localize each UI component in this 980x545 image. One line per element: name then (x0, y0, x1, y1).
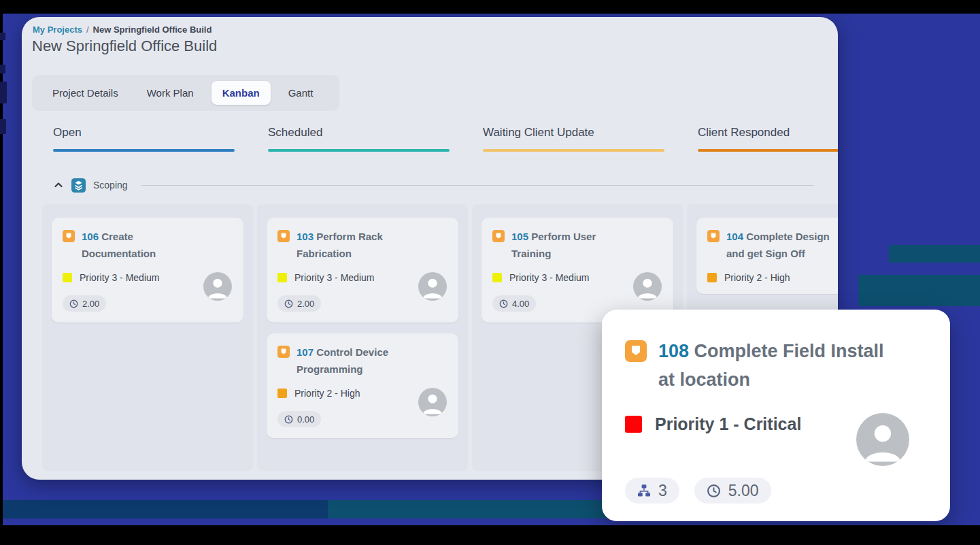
breadcrumb-separator: / (86, 24, 89, 35)
subtask-count: 3 (658, 482, 667, 500)
time-badge: 2.00 (63, 295, 106, 312)
task-number: 107 (297, 346, 314, 358)
zoomed-task-card-108[interactable]: 108 Complete Field Install at location P… (602, 310, 950, 521)
card-badges: 0.00 (277, 411, 447, 427)
column-label: Client Responded (698, 126, 838, 139)
subtask-badge: 3 (625, 478, 679, 503)
sitemap-icon (637, 484, 651, 497)
column-underline (483, 149, 664, 152)
clock-icon (284, 299, 293, 308)
time-value: 2.00 (82, 299, 99, 309)
edge-artifact (0, 82, 7, 103)
background-gantt-bar (858, 275, 980, 306)
task-number: 103 (297, 231, 314, 242)
column-header-waiting-client-update: Waiting Client Update (483, 126, 664, 152)
column-header-scheduled: Scheduled (268, 126, 450, 152)
breadcrumb-my-projects-link[interactable]: My Projects (33, 24, 82, 35)
tab-gantt[interactable]: Gantt (277, 81, 324, 105)
clock-icon (69, 299, 78, 308)
task-number: 106 (82, 231, 99, 242)
card-head: 106 Create Documentation (63, 228, 233, 262)
section-label: Scoping (93, 180, 128, 191)
card-head: 108 Complete Field Install at location (625, 337, 927, 394)
breadcrumb-current: New Springfield Office Build (93, 24, 212, 35)
time-badge: 4.00 (492, 295, 536, 312)
lane-scheduled: 103 Perform Rack Fabrication Priority 3 … (257, 204, 468, 471)
card-badges: 2.00 (63, 295, 233, 312)
task-card-104[interactable]: 104 Complete Design and get Sign Off Pri… (696, 218, 838, 294)
time-badge: 5.00 (694, 478, 771, 503)
column-header-client-responded: Client Responded (698, 126, 838, 152)
tab-kanban[interactable]: Kanban (212, 81, 271, 105)
card-head: 105 Perform User Training (492, 228, 662, 262)
time-badge: 0.00 (277, 411, 321, 427)
card-head: 104 Complete Design and get Sign Off (707, 228, 838, 262)
column-label: Open (53, 126, 235, 139)
assignee-avatar (203, 272, 232, 301)
task-card-106[interactable]: 106 Create Documentation Priority 3 - Me… (52, 218, 243, 323)
task-card-107[interactable]: 107 Control Device Programming Priority … (267, 333, 458, 438)
time-value: 4.00 (512, 299, 529, 309)
task-type-icon (492, 230, 505, 242)
clock-icon (284, 415, 293, 424)
card-title: 106 Create Documentation (82, 228, 205, 262)
tab-project-details[interactable]: Project Details (41, 81, 129, 105)
priority-label: Priority 2 - High (294, 388, 360, 399)
column-header-open: Open (53, 126, 235, 152)
column-label: Scheduled (268, 126, 450, 139)
card-badges: 2.00 (277, 295, 447, 312)
card-title: 107 Control Device Programming (297, 344, 420, 378)
top-black-bar (0, 0, 980, 14)
background-gantt-bar (0, 500, 328, 518)
task-title-text: Complete Field Install at location (658, 341, 884, 390)
tab-work-plan[interactable]: Work Plan (136, 81, 205, 105)
card-title: 105 Perform User Training (511, 228, 635, 262)
task-number: 104 (726, 231, 743, 242)
priority-color-square (63, 273, 72, 282)
page-title: New Springfield Office Build (32, 37, 217, 55)
edge-artifact (0, 65, 5, 73)
column-underline (53, 149, 235, 152)
task-type-icon (625, 340, 647, 362)
card-head: 103 Perform Rack Fabrication (277, 228, 447, 262)
view-tabs: Project Details Work Plan Kanban Gantt (32, 75, 339, 111)
person-icon (633, 272, 662, 301)
time-badge: 2.00 (277, 295, 321, 312)
priority-row: Priority 2 - High (707, 272, 838, 283)
person-icon (418, 388, 447, 416)
priority-label: Priority 3 - Medium (80, 272, 159, 283)
card-head: 107 Control Device Programming (277, 344, 447, 378)
card-badges: 3 5.00 (625, 478, 771, 503)
clock-icon (499, 299, 508, 308)
task-type-icon (707, 230, 720, 242)
priority-color-square (492, 273, 502, 282)
priority-label: Priority 3 - Medium (509, 272, 589, 283)
task-type-icon (63, 230, 75, 242)
person-icon (203, 272, 232, 301)
task-card-103[interactable]: 103 Perform Rack Fabrication Priority 3 … (267, 218, 458, 323)
screen: My Projects / New Springfield Office Bui… (0, 0, 980, 545)
priority-color-square (277, 273, 287, 282)
background-gantt-bar (889, 245, 980, 263)
chevron-up-icon (54, 180, 63, 190)
assignee-avatar (418, 388, 447, 416)
section-divider (141, 185, 814, 186)
section-row-scoping: Scoping (53, 177, 814, 193)
task-type-icon (277, 230, 290, 242)
left-black-sliver (0, 0, 3, 525)
assignee-avatar (633, 272, 662, 301)
card-title: 103 Perform Rack Fabrication (297, 228, 420, 262)
assignee-avatar (418, 272, 447, 301)
lane-open: 106 Create Documentation Priority 3 - Me… (42, 204, 253, 471)
edge-artifact (0, 33, 5, 40)
task-card-105[interactable]: 105 Perform User Training Priority 3 - M… (481, 218, 673, 323)
time-value: 2.00 (297, 299, 314, 309)
task-number: 105 (511, 231, 528, 242)
time-value: 0.00 (297, 414, 314, 425)
collapse-section-button[interactable] (53, 180, 64, 191)
clock-icon (707, 484, 721, 498)
column-underline (268, 149, 450, 152)
priority-color-square (625, 416, 642, 433)
column-label: Waiting Client Update (483, 126, 664, 139)
time-value: 5.00 (728, 482, 759, 500)
